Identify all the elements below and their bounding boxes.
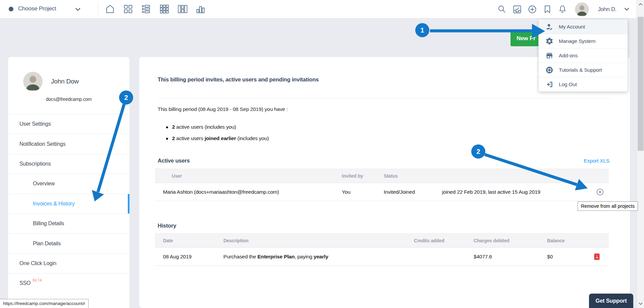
beta-badge: BETA [33,278,42,282]
pdf-invoice-icon[interactable] [594,253,600,260]
balance-cell: $0 [540,254,585,260]
date-cell: 08 Aug 2019 [163,254,223,260]
column-header-date: Date [163,238,223,243]
sidebar-item-invoices-history[interactable]: Invoices & History [8,194,129,213]
grid-view-icon[interactable] [159,4,169,14]
user-avatar[interactable] [575,2,589,16]
bullet-item: 2 active users (includes you) [166,124,269,131]
account-sidebar: John Dow docs@freedcamp.com User Setting… [8,57,129,308]
project-selector[interactable]: Choose Project [18,5,56,12]
menu-item-label: Tutorials & Support [559,67,602,73]
column-header-credits-added: Credits added [407,238,467,243]
table-row: 08 Aug 2019 Purchased the Enterprise Pla… [155,248,609,266]
project-color-dot [9,7,13,11]
billing-period-text: This billing period (08 Aug 2019 - 08 Se… [158,106,288,112]
column-header-description: Description [223,238,407,243]
scrollbar-down-icon[interactable] [638,302,643,305]
page-scrollbar[interactable] [637,0,644,308]
sidebar-item-overview[interactable]: Overview [8,174,129,193]
charges-cell: $4077.6 [467,254,540,260]
sidebar-item-label: Plan Details [33,241,61,247]
column-header-invited-by: Invited by [342,173,384,179]
remove-user-icon[interactable] [596,188,604,196]
sidebar-item-sso[interactable]: SSOBETA [8,273,129,293]
sidebar-item-label: Overview [33,181,55,187]
reports-chart-icon[interactable] [196,4,206,14]
help-wheel-icon [545,66,553,74]
sidebar-item-label: Subscriptions [19,161,51,167]
menu-item-label: Log Out [559,81,577,87]
status-cell: Invited/Joined [384,189,442,195]
sidebar-item-label: Notification Settings [19,141,65,147]
user-name[interactable]: John D. [598,6,616,12]
store-icon [545,52,553,60]
sidebar-menu: User Settings Notification Settings Subs… [8,114,129,293]
export-xls-link[interactable]: Export XLS [584,158,609,164]
annotation-step-1: 1 [415,23,429,37]
active-users-table: User Invited by Status Maria Ashton (doc… [155,169,609,201]
home-icon[interactable] [105,4,115,14]
sidebar-profile: John Dow docs@freedcamp.com [8,57,129,114]
table-row: Maria Ashton (docs+mariaashton@freedcamp… [155,183,609,201]
profile-name: John Dow [51,78,79,85]
sidebar-item-notification-settings[interactable]: Notification Settings [8,134,129,153]
kanban-columns-icon[interactable] [177,4,187,14]
table-header-row: User Invited by Status [155,169,609,183]
active-users-title: Active users [158,158,190,164]
page-title: This billing period invites, active user… [158,76,319,83]
get-support-button[interactable]: Get Support [589,294,633,308]
profile-email: docs@freedcamp.com [8,97,129,102]
chevron-down-icon[interactable] [624,7,629,11]
sidebar-item-subscriptions[interactable]: Subscriptions [8,154,129,174]
sidebar-item-billing-details[interactable]: Billing Details [8,213,129,233]
sidebar-item-label: Invoices & History [33,201,74,207]
menu-item-manage-system[interactable]: Manage System [539,34,628,48]
bookmark-icon[interactable] [543,5,552,14]
dashboard-grid-icon[interactable] [123,4,133,14]
sidebar-item-one-click-login[interactable]: One Click Login [8,253,129,273]
annotation-step-2: 2 [119,90,133,105]
tasks-tray-icon[interactable] [513,5,522,14]
sidebar-item-label: User Settings [19,121,51,127]
sidebar-item-user-settings[interactable]: User Settings [8,114,129,134]
menu-item-log-out[interactable]: Log Out [539,77,628,91]
actions-cell [589,188,609,196]
user-account-menu: My Account Manage System Add-ons Tutoria… [538,19,628,92]
menu-item-label: Add-ons [559,53,578,59]
scrollbar-up-icon[interactable] [638,3,643,6]
user-cell: Maria Ashton (docs+mariaashton@freedcamp… [163,189,342,195]
active-users-header-row: Active users Export XLS [158,158,609,164]
active-indicator-bar [128,194,129,213]
scrollbar-thumb[interactable] [638,17,644,151]
browser-status-url: https://freedcamp.com/manage/account# [0,299,89,308]
table-header-row: Date Description Credits added Charges d… [155,233,609,248]
column-header-charges-debited: Charges debited [467,238,540,243]
notifications-bell-icon[interactable] [558,5,567,14]
menu-item-label: My Account [559,24,585,30]
todo-list-icon[interactable] [141,4,151,14]
menu-item-tutorials-support[interactable]: Tutorials & Support [539,63,628,77]
annotation-step-2b: 2 [471,144,485,159]
search-icon[interactable] [497,5,507,14]
billing-content-card: This billing period invites, active user… [139,57,630,308]
sidebar-item-label: One Click Login [19,260,56,266]
profile-avatar[interactable] [23,72,43,91]
invited-by-cell: You [342,189,384,195]
gear-icon [545,37,553,45]
description-cell: Purchased the Enterprise Plan, paying ye… [223,254,407,260]
sidebar-item-label: Billing Details [33,221,64,227]
add-icon[interactable] [528,5,537,14]
view-switcher [105,4,206,14]
bullet-item: 2 active users joined earlier (includes … [166,135,269,142]
column-header-balance: Balance [540,238,585,243]
column-header-user: User [163,173,342,179]
user-edit-icon [545,23,553,31]
top-navigation-bar: Choose Project [0,0,644,18]
divider [158,98,611,99]
divider [98,3,98,16]
menu-item-my-account[interactable]: My Account [539,19,628,34]
menu-item-add-ons[interactable]: Add-ons [539,48,628,63]
sidebar-item-label: SSO [19,280,31,286]
chevron-down-icon[interactable] [75,7,80,11]
sidebar-item-plan-details[interactable]: Plan Details [8,233,129,253]
